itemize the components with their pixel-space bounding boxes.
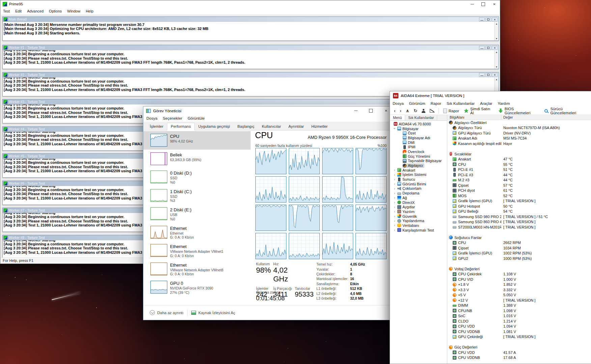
tree-item-directx[interactable]: DirectX [390, 200, 447, 205]
open-resource-monitor-link[interactable]: Kaynak İzleyicisini Aç [191, 311, 235, 315]
tab-performans[interactable]: Performans [167, 123, 194, 130]
tree-item-aygitlar[interactable]: Aygıtlar [390, 205, 447, 209]
tree-item-anakart[interactable]: Anakart [390, 168, 447, 173]
tree-item-guc-yonetimi[interactable]: Güç Yönetimi [390, 154, 447, 159]
tab-kullanicilar[interactable]: Kullanıcılar [258, 123, 285, 130]
tree-item-bilgisayar-adi[interactable]: Bilgisayar Adı [390, 135, 447, 140]
tree-item-karsilastirmali-test[interactable]: Karşılaştırmalı Test [390, 228, 447, 233]
prime95-titlebar[interactable]: Prime95 [0, 0, 500, 8]
less-details-button[interactable]: Daha az ayrıntı [150, 310, 184, 315]
menu-item-window[interactable]: Window [64, 8, 83, 14]
sensor-row[interactable]: DIMM1.388 V [447, 303, 591, 308]
tree-item-guvenlik[interactable]: Güvenlik [390, 214, 447, 219]
tree-item-bilgisayar[interactable]: Bilgisayar [390, 126, 447, 131]
tree-item-sunucu[interactable]: Sunucu [390, 177, 447, 182]
tree-item-ipmi[interactable]: IPMI [390, 145, 447, 149]
scroll-down-arrow-icon[interactable] [495, 37, 499, 40]
sensor-row[interactable]: CPU/NB1.098 V [447, 308, 591, 313]
sidebar-item-disk-e[interactable]: 2 Diski (E:)USB%0 [143, 205, 251, 223]
chevron-right-icon[interactable] [392, 168, 397, 172]
sensor-row[interactable]: Algılayıcı TürüNuvoton NCT6797D-M (ISA A… [447, 125, 591, 131]
tm-maximize-button[interactable] [363, 107, 378, 115]
sensor-row[interactable]: CPU VDD1.094 V [447, 324, 591, 329]
chevron-right-icon[interactable] [392, 178, 397, 181]
menu-item-dosya[interactable]: Dosya [390, 100, 406, 107]
sensor-row[interactable]: Samsung SSD 860 PRO 4TB[ TRIAL VERSION ] [447, 219, 591, 225]
tm-minimize-button[interactable] [348, 107, 363, 115]
tree-item-aida64-v6-70-6000[interactable]: 64AIDA64 v6.70.6000 [390, 122, 447, 126]
aida64-titlebar[interactable]: 64 AIDA64 Extreme [ TRIAL VERSION ] [390, 91, 591, 100]
sensor-row[interactable]: PCI-E #344 °C [447, 172, 591, 178]
child-titlebar[interactable]: Main thread [3, 17, 499, 22]
tree-item-cokluortam[interactable]: Çokluortam [390, 186, 447, 191]
sensor-row[interactable]: M.2 #344 °C [447, 178, 591, 183]
sensor-row[interactable]: CLDO1.214 V [447, 318, 591, 324]
up-button[interactable]: ∧ [404, 108, 412, 113]
sensor-graph-button[interactable] [430, 109, 434, 113]
sensor-row[interactable]: GPU Belleği54 °C [447, 209, 591, 214]
menu-item-options[interactable]: Options [46, 8, 64, 14]
sensor-row[interactable]: PCI-E #151 °C [447, 167, 591, 173]
child-maximize-button[interactable] [485, 18, 491, 22]
chevron-right-icon[interactable] [392, 223, 397, 227]
tab-baslangic[interactable]: Başlangıç [234, 123, 258, 130]
close-button[interactable] [489, 0, 500, 8]
sensor-row[interactable]: +1.8 V1.852 V [447, 282, 591, 287]
sidebar-item-ethernet-vmnet8[interactable]: EthernetVMware Network Adapter VMnet8G: … [143, 260, 251, 278]
sidebar-item-gpu[interactable]: GPU 0NVIDIA GeForce RTX 309027% (39 °C) [143, 278, 251, 297]
driver-updates-button[interactable]: Sürücü Güncellemeleri [542, 106, 591, 116]
tree-item-yazilim[interactable]: Yazılım [390, 209, 447, 214]
sensor-row[interactable]: Çipset1034 RPM [447, 245, 591, 251]
chevron-right-icon[interactable] [392, 205, 397, 209]
chevron-right-icon[interactable] [392, 210, 397, 213]
sidebar-item-cpu[interactable]: CPU98% 4,02 GHz [143, 131, 251, 150]
tree-item-algilayici[interactable]: Algılayıcı [390, 163, 447, 168]
menu-item-edit[interactable]: Edit [12, 8, 24, 14]
sensor-row[interactable]: CPU55 °C [447, 162, 591, 167]
sensor-row[interactable]: Anakart AdıMSI MS-7C34 [447, 136, 591, 141]
user-profile-button[interactable] [422, 109, 425, 113]
tree-item-dmi[interactable]: DMI [390, 140, 447, 145]
tab-uygulama-gecmisi[interactable]: Uygulama geçmişi [195, 123, 234, 130]
tree-item-depolama[interactable]: Depolama [390, 191, 447, 195]
tree-item-isletim-sistemi[interactable]: İşletim Sistemi [390, 173, 447, 177]
sensor-row[interactable]: GPU Algılayıcı TürüDriver (NV-DRV) [447, 130, 591, 136]
sensor-row[interactable]: Grafik İşlemci (GPU)[ TRIAL VERSION ] [447, 199, 591, 204]
child-minimize-button[interactable] [479, 73, 485, 77]
menu-item-gorunum[interactable]: Görünüm [406, 100, 428, 107]
report-button[interactable]: Rapor [441, 108, 461, 114]
sensor-row[interactable]: GPU Çekirdeği[ TRIAL VERSION ] [447, 334, 591, 340]
sensor-row[interactable]: +3.3 V3.332 V [447, 287, 591, 293]
child-minimize-button[interactable] [479, 46, 485, 50]
sensor-row[interactable]: CPU VID1.000 V [447, 277, 591, 282]
chevron-down-icon[interactable] [392, 127, 397, 130]
tree-item-yapilandirma[interactable]: Yapılandırma [390, 218, 447, 223]
vertical-scrollbar[interactable] [494, 22, 499, 40]
tab-hizmetler[interactable]: Hizmetler [308, 123, 332, 130]
sensor-row[interactable]: +12 V[ TRIAL VERSION ] [447, 298, 591, 303]
menu-item-help[interactable]: Help [83, 8, 96, 14]
vertical-scrollbar[interactable] [494, 50, 499, 69]
sensor-row[interactable]: Çipset57 °C [447, 183, 591, 188]
child-maximize-button[interactable] [485, 73, 491, 77]
tree-item-goruntu-birimi[interactable]: Görüntü Birimi [390, 182, 447, 186]
chevron-right-icon[interactable] [392, 201, 397, 204]
sensor-row[interactable]: CPU VDDNB1.081 V [447, 329, 591, 334]
menu-item-rapor[interactable]: Rapor [428, 100, 444, 107]
back-button[interactable]: ‹ [392, 108, 397, 113]
maximize-button[interactable] [478, 0, 489, 8]
sensor-row[interactable]: ST2000LM003 HN-M201RAD[ TRIAL VERSION ] [447, 224, 591, 230]
scroll-up-arrow-icon[interactable] [495, 50, 499, 54]
menu-item-araclar[interactable]: Araçlar [477, 100, 495, 107]
menu-item-test[interactable]: Test [0, 8, 12, 14]
sensor-row[interactable]: SoC1.016 V [447, 313, 591, 319]
chevron-right-icon[interactable] [392, 219, 397, 223]
chevron-right-icon[interactable] [392, 173, 397, 177]
tree-item-overclock[interactable]: Overclock [390, 149, 447, 154]
scroll-up-arrow-icon[interactable] [495, 22, 499, 26]
menu-item-goruntule[interactable]: Görüntüle [185, 115, 207, 121]
child-titlebar[interactable]: Worker #2 - Torture Test [3, 72, 499, 78]
menu-item-sik-kullanilanlar[interactable]: Sık Kullanılanlar [444, 100, 477, 107]
sidebar-item-disk-c[interactable]: 1 Diski (C:)SSD%3 [143, 186, 251, 205]
tree-item-tasinabilir-bilgisayar[interactable]: Taşınabilir Bilgisayar [390, 159, 447, 163]
